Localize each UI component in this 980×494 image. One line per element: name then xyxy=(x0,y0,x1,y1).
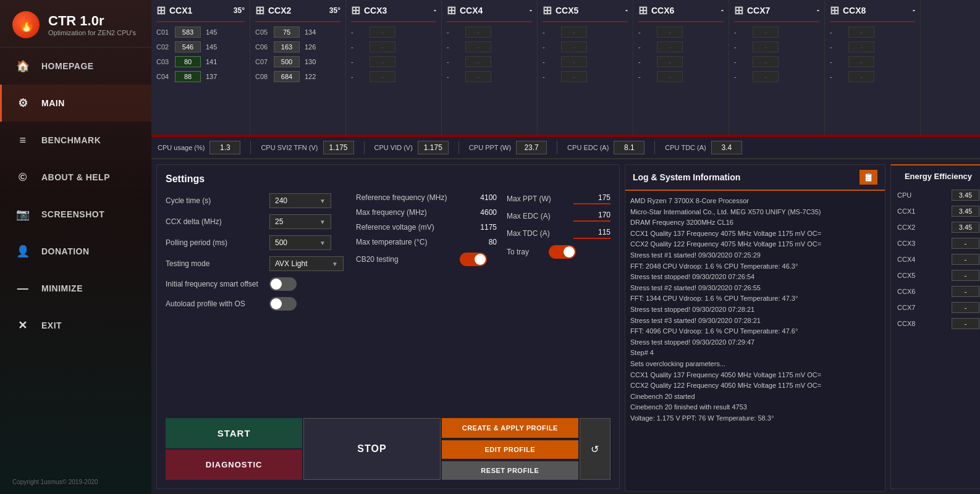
log-copy-icon[interactable]: 📋 xyxy=(860,170,877,185)
energy-row: CCX6 - xyxy=(897,283,979,299)
cycle-time-row: Cycle time (s) 240 ▼ xyxy=(166,193,344,208)
log-panel: Log & System Information 📋 AMD Ryzen 7 3… xyxy=(625,164,885,492)
cpu-svi2-stat: CPU SVI2 TFN (V) 1.175 xyxy=(261,141,353,154)
sidebar-navigation: 🏠 HOMEPAGE ⚙ MAIN ≡ BENCHMARK © ABOUT & … xyxy=(0,48,151,470)
cpu-usage-stat: CPU usage (%) 1.3 xyxy=(158,141,240,154)
sidebar-item-minimize[interactable]: — MINIMIZE xyxy=(0,270,151,307)
autoload-toggle[interactable] xyxy=(269,297,297,311)
log-line: Stress test #1 started! 09/30/2020 07:25… xyxy=(630,250,880,261)
cpu-vid-stat: CPU VID (V) 1.175 xyxy=(374,141,449,154)
start-button[interactable]: START xyxy=(166,418,302,448)
ref-voltage-label: Reference voltage (mV) xyxy=(356,223,455,232)
edit-profile-button[interactable]: EDIT PROFILE xyxy=(442,440,578,459)
energy-label: CCX8 xyxy=(897,320,915,327)
ccx3-temp: - xyxy=(434,6,436,15)
energy-row: CCX2 3.45 xyxy=(897,219,979,235)
ccx4-block: ⊞ CCX4 - -- -- -- -- xyxy=(442,0,538,135)
sidebar-item-main[interactable]: ⚙ MAIN xyxy=(0,85,151,122)
camera-icon: 📷 xyxy=(14,206,32,223)
logo-icon: 🔥 xyxy=(12,11,40,38)
app-logo: 🔥 CTR 1.0r Optimization for ZEN2 CPU's xyxy=(0,0,151,48)
ccx7-block: ⊞ CCX7 - -- -- -- -- xyxy=(729,0,825,135)
log-line: Stress test #2 started! 09/30/2020 07:26… xyxy=(630,283,880,294)
cycle-time-label: Cycle time (s) xyxy=(166,196,264,205)
core-extra-c06: 126 xyxy=(305,43,318,51)
refresh-button[interactable]: ↺ xyxy=(580,418,610,480)
cb20-label: CB20 testing xyxy=(356,255,455,264)
ccx6-temp: - xyxy=(721,6,724,15)
core-label-c06: C06 xyxy=(255,43,271,51)
energy-val: 3.45 xyxy=(952,190,979,201)
energy-label: CPU xyxy=(897,191,911,199)
ccx2-block: ⊞ CCX2 35° C05 75 134 C06 163 126 C07 50… xyxy=(250,0,346,135)
max-ppt-row: Max PPT (W) 175 xyxy=(507,193,610,204)
core-row-c07: C07 500 130 xyxy=(255,54,340,69)
exit-icon: ✕ xyxy=(14,317,32,334)
sidebar-label-homepage: HOMEPAGE xyxy=(41,61,94,71)
testing-mode-dropdown[interactable]: AVX Light ▼ xyxy=(269,256,344,271)
ref-freq-row: Reference frequency (MHz) 4100 xyxy=(356,193,497,202)
core-extra-c04: 137 xyxy=(206,73,219,80)
log-line: FFT: 1344 CPU Vdroop: 1.6 % CPU Temperat… xyxy=(630,293,880,304)
sidebar: 🔥 CTR 1.0r Optimization for ZEN2 CPU's 🏠… xyxy=(0,0,151,494)
cycle-time-arrow: ▼ xyxy=(319,198,326,204)
sep4 xyxy=(557,141,557,154)
ccx8-temp: - xyxy=(913,6,915,15)
diagnostic-button[interactable]: DIAGNOSTIC xyxy=(166,450,302,480)
energy-title: Energy Efficiency xyxy=(897,172,979,181)
energy-label: CCX2 xyxy=(897,224,915,231)
energy-val: - xyxy=(952,302,979,313)
ccx-delta-dropdown[interactable]: 25 ▼ xyxy=(269,214,331,229)
energy-val: 3.45 xyxy=(952,206,979,217)
sidebar-item-exit[interactable]: ✕ EXIT xyxy=(0,307,151,344)
core-label-c01: C01 xyxy=(156,28,172,36)
core-val-c06: 163 xyxy=(274,41,300,52)
core-extra-c02: 145 xyxy=(206,43,219,51)
log-line: CCX1 Quality 137 Frequency 4050 MHz Volt… xyxy=(630,370,880,381)
sidebar-item-donation[interactable]: 👤 DONATION xyxy=(0,233,151,270)
sidebar-item-homepage[interactable]: 🏠 HOMEPAGE xyxy=(0,48,151,85)
main-bottom: Settings Cycle time (s) 240 ▼ CCX delta … xyxy=(151,159,980,494)
autoload-label: Autoload profile with OS xyxy=(166,299,264,308)
max-edc-label: Max EDC (A) xyxy=(507,212,568,220)
to-tray-toggle[interactable] xyxy=(549,245,576,259)
cpu-edc-value: 8.1 xyxy=(614,141,644,154)
create-apply-button[interactable]: CREATE & APPLY PROFILE xyxy=(442,418,578,438)
energy-label: CCX4 xyxy=(897,256,915,263)
initial-freq-toggle[interactable] xyxy=(269,277,297,291)
log-line: FFT: 4096 CPU Vdroop: 1.6 % CPU Temperat… xyxy=(630,326,880,337)
ccx5-block: ⊞ CCX5 - -- -- -- -- xyxy=(538,0,633,135)
cb20-toggle[interactable] xyxy=(460,253,487,266)
ccx3-core3: -- xyxy=(351,54,436,69)
ccx-delta-row: CCX delta (MHz) 25 ▼ xyxy=(166,214,344,229)
core-val-c03: 80 xyxy=(175,56,201,67)
ccx3-core1: -- xyxy=(351,25,436,40)
cycle-time-dropdown[interactable]: 240 ▼ xyxy=(269,193,331,208)
log-line: Step# 4 xyxy=(630,348,880,359)
status-bar: CPU usage (%) 1.3 CPU SVI2 TFN (V) 1.175… xyxy=(151,136,980,159)
polling-label: Polling period (ms) xyxy=(166,238,264,247)
polling-dropdown[interactable]: 500 ▼ xyxy=(269,235,331,250)
stop-button[interactable]: STOP xyxy=(303,418,440,480)
core-val-c08: 684 xyxy=(274,71,300,82)
app-title: CTR 1.0r xyxy=(48,13,136,29)
log-content[interactable]: AMD Ryzen 7 3700X 8-Core ProcessorMicro-… xyxy=(625,191,885,491)
energy-val: - xyxy=(952,254,979,265)
sep2 xyxy=(364,141,365,154)
testing-mode-val: AVX Light xyxy=(275,259,307,268)
ccx1-name: CCX1 xyxy=(169,6,192,15)
sidebar-item-about[interactable]: © ABOUT & HELP xyxy=(0,159,151,196)
energy-row: CCX7 - xyxy=(897,299,979,316)
reset-profile-button[interactable]: RESET PROFILE xyxy=(442,461,578,480)
sidebar-item-screenshot[interactable]: 📷 SCREENSHOT xyxy=(0,196,151,233)
ccx3-title: ⊞ CCX3 - xyxy=(351,4,436,22)
ref-freq-label: Reference frequency (MHz) xyxy=(356,193,455,202)
max-temp-row: Max temperature (°C) 80 xyxy=(356,238,497,246)
sidebar-item-benchmark[interactable]: ≡ BENCHMARK xyxy=(0,122,151,159)
cpu-icon-ccx2: ⊞ xyxy=(255,4,264,17)
core-val-c07: 500 xyxy=(274,56,300,67)
energy-label: CCX6 xyxy=(897,288,915,295)
core-row-c05: C05 75 134 xyxy=(255,25,340,40)
about-icon: © xyxy=(14,169,32,186)
core-extra-c01: 145 xyxy=(206,28,219,36)
